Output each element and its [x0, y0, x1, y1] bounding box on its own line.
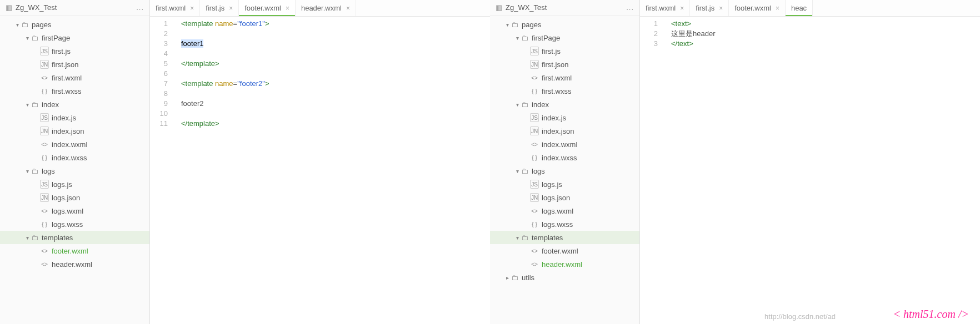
- tree-item[interactable]: { }index.wxss: [490, 151, 639, 164]
- close-icon[interactable]: ×: [719, 4, 723, 12]
- expander-icon[interactable]: ▾: [24, 102, 30, 108]
- tree-item[interactable]: <>logs.wxml: [0, 204, 149, 217]
- editor-tab[interactable]: first.js×: [200, 0, 239, 16]
- tree-item[interactable]: JSfirst.js: [490, 44, 639, 58]
- expander-icon[interactable]: ▸: [504, 275, 510, 281]
- code-line[interactable]: <template name="footer1">: [172, 19, 490, 29]
- tree-item-label: index.wxss: [542, 154, 577, 162]
- editor-tab[interactable]: footer.wxml×: [729, 0, 786, 16]
- tree-item[interactable]: <>header.wxml: [0, 257, 149, 271]
- tree-item[interactable]: JNlogs.json: [0, 191, 149, 204]
- code-line[interactable]: 这里是header: [662, 29, 980, 39]
- tree-item[interactable]: ▾🗀logs: [490, 164, 639, 178]
- close-icon[interactable]: ×: [776, 4, 779, 12]
- editor-tab[interactable]: footer.wxml×: [239, 0, 296, 16]
- folder-icon: 🗀: [520, 233, 529, 242]
- close-icon[interactable]: ×: [286, 4, 289, 12]
- tree-item[interactable]: ▾🗀index: [0, 98, 149, 111]
- tree-item[interactable]: JNindex.json: [0, 124, 149, 138]
- tree-item[interactable]: ▾🗀index: [490, 98, 639, 111]
- tree-item[interactable]: <>first.wxml: [490, 71, 639, 84]
- tree-item[interactable]: JNindex.json: [490, 124, 639, 138]
- tree-item[interactable]: { }index.wxss: [0, 151, 149, 164]
- close-icon[interactable]: ×: [229, 4, 233, 12]
- editor-tab[interactable]: first.js×: [690, 0, 729, 16]
- code-line[interactable]: footer2: [172, 99, 490, 109]
- expander-icon[interactable]: ▾: [514, 102, 520, 108]
- code-line[interactable]: footer1: [172, 39, 490, 49]
- expander-icon[interactable]: ▾: [504, 22, 510, 28]
- code-line[interactable]: [172, 109, 490, 119]
- expander-icon[interactable]: ▾: [24, 168, 30, 174]
- tree-item[interactable]: { }logs.wxss: [0, 217, 149, 231]
- tree-item[interactable]: JSlogs.js: [490, 178, 639, 191]
- code-line[interactable]: <template name="footer2">: [172, 79, 490, 89]
- expander-icon[interactable]: ▾: [514, 168, 520, 174]
- file-icon: <>: [40, 73, 49, 82]
- code-line[interactable]: </template>: [172, 119, 490, 129]
- code-line[interactable]: [172, 89, 490, 99]
- tree-item[interactable]: ▸🗀utils: [490, 271, 639, 284]
- tree-item[interactable]: <>footer.wxml: [0, 244, 149, 257]
- left-code[interactable]: <template name="footer1">footer1</templa…: [172, 17, 490, 324]
- expander-icon[interactable]: ▾: [24, 235, 30, 241]
- expander-icon[interactable]: ▾: [514, 35, 520, 41]
- tree-item-label: first.js: [52, 47, 71, 55]
- tree-item[interactable]: JNfirst.json: [0, 58, 149, 71]
- close-icon[interactable]: ×: [190, 4, 194, 12]
- tree-item[interactable]: JSindex.js: [490, 111, 639, 124]
- tree-item[interactable]: { }logs.wxss: [490, 217, 639, 231]
- code-line[interactable]: [172, 49, 490, 59]
- folder-icon: 🗀: [520, 166, 529, 175]
- editor-tab[interactable]: header.wxml×: [296, 0, 356, 16]
- tree-item[interactable]: JSfirst.js: [0, 44, 149, 58]
- left-file-tree[interactable]: ▾🗀pages▾🗀firstPageJSfirst.jsJNfirst.json…: [0, 16, 149, 324]
- tree-item[interactable]: JSlogs.js: [0, 178, 149, 191]
- expander-icon[interactable]: ▾: [24, 35, 30, 41]
- tree-item[interactable]: ▾🗀templates: [0, 231, 149, 244]
- tree-item[interactable]: ▾🗀templates: [490, 231, 639, 244]
- tree-item[interactable]: <>logs.wxml: [490, 204, 639, 217]
- code-line[interactable]: </text>: [662, 39, 980, 49]
- tree-item-label: index.json: [542, 127, 574, 135]
- tree-item[interactable]: { }first.wxss: [490, 84, 639, 98]
- close-icon[interactable]: ×: [680, 4, 684, 12]
- right-tab-bar: first.wxml×first.js×footer.wxml×heac: [640, 0, 980, 17]
- tree-item[interactable]: ▾🗀pages: [0, 18, 149, 31]
- right-file-tree[interactable]: ▾🗀pages▾🗀firstPageJSfirst.jsJNfirst.json…: [490, 16, 639, 324]
- tree-item[interactable]: ▾🗀firstPage: [0, 31, 149, 44]
- tree-item[interactable]: { }first.wxss: [0, 84, 149, 98]
- code-line[interactable]: [172, 69, 490, 79]
- tree-item[interactable]: JNlogs.json: [490, 191, 639, 204]
- tree-item[interactable]: <>first.wxml: [0, 71, 149, 84]
- right-more-button[interactable]: ...: [626, 3, 634, 12]
- tree-item[interactable]: JNfirst.json: [490, 58, 639, 71]
- right-code[interactable]: <text>这里是header</text>: [662, 17, 980, 324]
- tree-item[interactable]: <>header.wxml: [490, 257, 639, 271]
- tree-item[interactable]: <>index.wxml: [0, 138, 149, 151]
- folder-icon: 🗀: [30, 100, 39, 109]
- expander-icon[interactable]: ▾: [514, 235, 520, 241]
- editor-tab[interactable]: first.wxml×: [150, 0, 200, 16]
- expander-icon[interactable]: ▾: [14, 22, 20, 28]
- tree-item[interactable]: <>index.wxml: [490, 138, 639, 151]
- code-line[interactable]: </template>: [172, 59, 490, 69]
- tree-item-label: first.wxml: [542, 74, 572, 82]
- left-more-button[interactable]: ...: [136, 3, 144, 12]
- right-code-area[interactable]: 123 <text>这里是header</text>: [640, 17, 980, 324]
- code-line[interactable]: <text>: [662, 19, 980, 29]
- tree-item[interactable]: ▾🗀logs: [0, 164, 149, 178]
- editor-tab[interactable]: first.wxml×: [640, 0, 690, 16]
- tree-item[interactable]: ▾🗀pages: [490, 18, 639, 31]
- tree-item[interactable]: <>footer.wxml: [490, 244, 639, 257]
- tree-item-label: first.json: [542, 60, 568, 69]
- tab-label: heac: [791, 4, 807, 12]
- left-code-area[interactable]: 1234567891011 <template name="footer1">f…: [150, 17, 490, 324]
- file-icon: { }: [40, 220, 49, 229]
- code-line[interactable]: [172, 29, 490, 39]
- tree-item[interactable]: ▾🗀firstPage: [490, 31, 639, 44]
- close-icon[interactable]: ×: [346, 4, 350, 12]
- editor-tab[interactable]: heac: [786, 0, 813, 16]
- tree-item-label: logs: [42, 167, 55, 175]
- tree-item[interactable]: JSindex.js: [0, 111, 149, 124]
